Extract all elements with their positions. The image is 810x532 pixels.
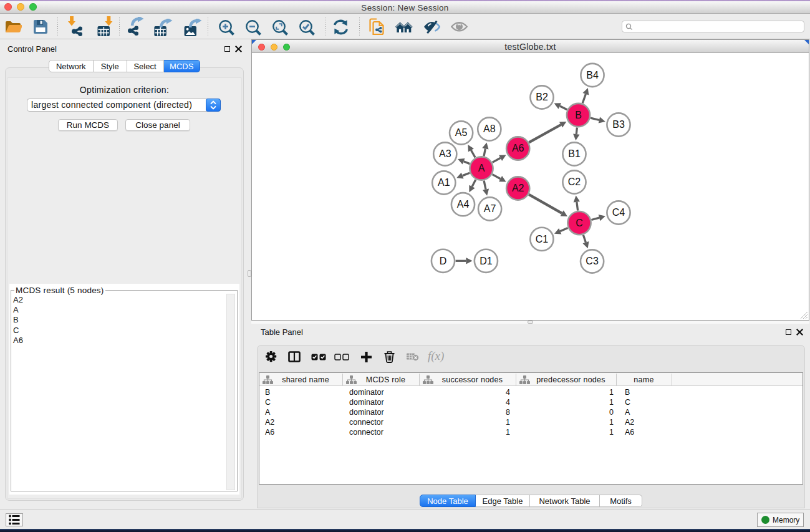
svg-text:B: B — [575, 110, 582, 120]
svg-text:B1: B1 — [568, 148, 581, 159]
svg-text:D1: D1 — [480, 256, 493, 266]
svg-text:C4: C4 — [612, 207, 625, 218]
svg-text:A2: A2 — [512, 183, 524, 193]
svg-text:C1: C1 — [536, 234, 549, 244]
svg-text:A: A — [478, 163, 485, 173]
svg-text:D: D — [440, 256, 447, 266]
svg-text:A7: A7 — [484, 203, 496, 214]
svg-text:A6: A6 — [512, 143, 524, 153]
svg-text:A8: A8 — [483, 123, 496, 134]
svg-text:B4: B4 — [586, 70, 599, 80]
svg-text:B2: B2 — [536, 92, 548, 102]
svg-text:A5: A5 — [455, 127, 468, 138]
svg-text:C2: C2 — [568, 177, 581, 187]
svg-text:A1: A1 — [438, 177, 450, 188]
svg-text:A4: A4 — [457, 199, 470, 210]
svg-text:A3: A3 — [439, 148, 451, 159]
svg-text:C3: C3 — [586, 256, 599, 266]
svg-text:C: C — [576, 218, 583, 228]
svg-text:B3: B3 — [612, 119, 625, 130]
